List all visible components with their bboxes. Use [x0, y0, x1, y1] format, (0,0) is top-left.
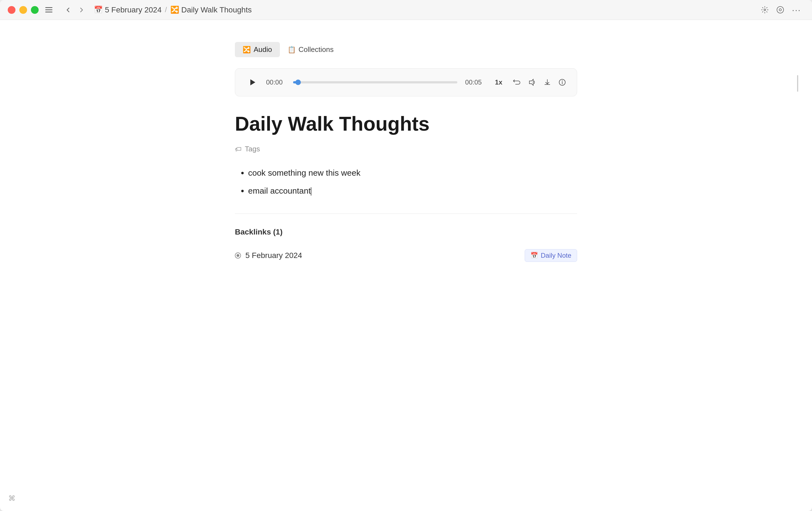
tab-collections[interactable]: 📋 Collections: [280, 42, 341, 57]
tab-audio[interactable]: 🔀 Audio: [235, 42, 280, 57]
note-title: Daily Walk Thoughts: [235, 113, 577, 135]
tag-icon: 🏷: [235, 145, 241, 153]
minimize-button[interactable]: [19, 6, 27, 14]
svg-marker-6: [250, 79, 255, 85]
audio-tab-label: Audio: [254, 45, 272, 54]
more-button[interactable]: ···: [792, 5, 801, 15]
svg-point-3: [764, 9, 765, 11]
breadcrumb-separator: /: [165, 5, 167, 14]
breadcrumb-date-label: 5 February 2024: [105, 5, 162, 15]
tabs-bar: 🔀 Audio 📋 Collections: [235, 42, 577, 57]
backlinks-title: Backlinks (1): [235, 227, 577, 237]
titlebar: 📅 5 February 2024 / 🔀 Daily Walk Thought…: [0, 0, 812, 20]
play-button[interactable]: [246, 76, 258, 88]
main-content: 🔀 Audio 📋 Collections 00:00: [0, 20, 812, 511]
content-area: 🔀 Audio 📋 Collections 00:00: [0, 20, 812, 511]
app-window: 📅 5 February 2024 / 🔀 Daily Walk Thought…: [0, 0, 812, 511]
backlinks-section: Backlinks (1) 5 February 2024 📅 Daily No…: [235, 227, 577, 266]
sidebar-toggle-button[interactable]: [44, 6, 54, 14]
titlebar-actions: ···: [761, 5, 801, 15]
bottom-left-icon: ⌘: [8, 494, 16, 503]
audio-progress-bar[interactable]: [293, 81, 457, 83]
list-item: cook something new this week: [248, 166, 577, 179]
backlink-dot-inner: [236, 254, 239, 257]
breadcrumb: 📅 5 February 2024 / 🔀 Daily Walk Thought…: [94, 5, 252, 15]
breadcrumb-note[interactable]: 🔀 Daily Walk Thoughts: [170, 5, 252, 15]
breadcrumb-note-label: Daily Walk Thoughts: [181, 5, 252, 15]
download-button[interactable]: [544, 78, 551, 86]
audio-progress-thumb[interactable]: [295, 80, 301, 85]
svg-rect-2: [45, 11, 53, 12]
scrollbar-indicator: [797, 75, 798, 92]
note-container: 🔀 Audio 📋 Collections 00:00: [213, 42, 599, 266]
bullet-item-2: email accountant: [248, 186, 311, 195]
calendar-icon: 📅: [94, 5, 103, 14]
collections-tab-icon: 📋: [288, 46, 296, 54]
settings-button[interactable]: [761, 6, 768, 14]
breadcrumb-date[interactable]: 📅 5 February 2024: [94, 5, 162, 15]
list-item: email accountant: [248, 185, 577, 197]
backlink-dot-icon: [235, 252, 241, 259]
svg-rect-0: [45, 7, 53, 8]
volume-button[interactable]: [528, 79, 536, 86]
svg-point-9: [562, 80, 563, 81]
traffic-lights: [8, 6, 39, 14]
note-icon: 🔀: [170, 5, 179, 14]
info-button[interactable]: [559, 79, 566, 86]
tags-label: Tags: [245, 145, 260, 153]
collections-tab-label: Collections: [299, 45, 334, 54]
daily-note-badge-icon: 📅: [530, 252, 538, 259]
forward-button[interactable]: [77, 6, 86, 14]
text-cursor: [311, 187, 311, 195]
audio-player: 00:00 00:05 1x: [235, 68, 577, 97]
svg-point-4: [777, 7, 784, 13]
audio-tab-icon: 🔀: [242, 46, 251, 54]
backlink-name[interactable]: 5 February 2024: [245, 251, 302, 260]
svg-rect-1: [45, 9, 53, 10]
daily-note-badge[interactable]: 📅 Daily Note: [525, 249, 577, 262]
daily-note-badge-label: Daily Note: [541, 252, 571, 259]
backlink-left: 5 February 2024: [235, 251, 302, 260]
backlink-item: 5 February 2024 📅 Daily Note: [235, 245, 577, 266]
tags-row[interactable]: 🏷 Tags: [235, 145, 577, 153]
loop-button[interactable]: [513, 79, 521, 85]
audio-time-end: 00:05: [465, 78, 484, 86]
fullscreen-button[interactable]: [31, 6, 39, 14]
speed-label: 1x: [495, 78, 502, 86]
cmd-icon: ⌘: [8, 494, 16, 503]
note-bullet-list: cook something new this week email accou…: [235, 166, 577, 197]
svg-point-5: [779, 9, 781, 11]
speed-button[interactable]: 1x: [492, 77, 505, 87]
close-button[interactable]: [8, 6, 16, 14]
svg-marker-7: [529, 79, 533, 85]
nav-buttons: [64, 6, 86, 14]
back-button[interactable]: [64, 6, 72, 14]
audio-time-start: 00:00: [266, 78, 285, 86]
bullet-item-1: cook something new this week: [248, 168, 360, 177]
adjust-button[interactable]: [776, 6, 784, 14]
